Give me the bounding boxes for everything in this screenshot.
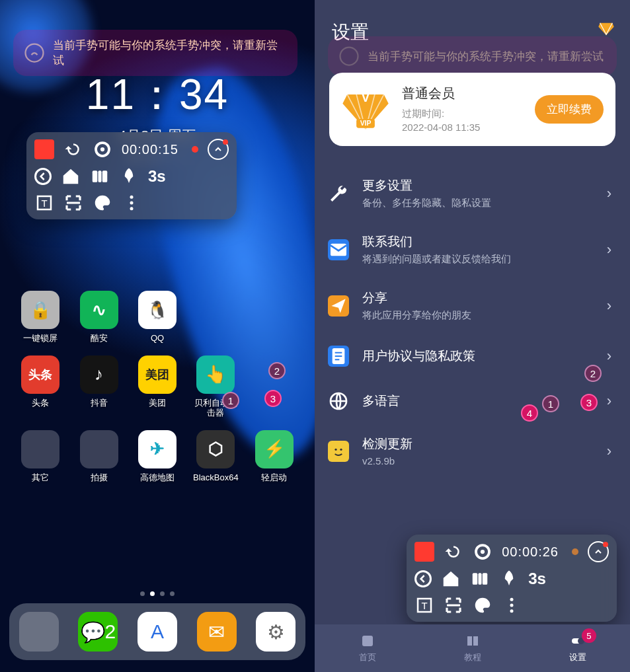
svg-rect-25: [483, 573, 488, 585]
dock-app-设置[interactable]: ⚙: [256, 612, 295, 652]
scan-icon[interactable]: [444, 595, 463, 615]
undo-icon[interactable]: [444, 542, 463, 562]
collapse-panel-button[interactable]: [588, 541, 609, 562]
badge: 5: [582, 628, 596, 643]
svg-rect-23: [473, 573, 478, 585]
settings-screen: 设置 当前手势可能与你的系统手势冲突，请重新尝试 VVIP 普通会员 过期时间:…: [315, 0, 630, 672]
recorder-timer: 00:00:26: [502, 544, 559, 560]
tab-label: 首页: [359, 652, 376, 663]
record-stop-button[interactable]: [414, 542, 434, 562]
dock: 💬2A✉⚙: [9, 603, 305, 660]
target-icon[interactable]: [473, 542, 492, 562]
palette-icon[interactable]: [473, 595, 492, 615]
click-point-2[interactable]: 2: [268, 362, 286, 379]
recorder-panel[interactable]: 00:00:26 3s T: [407, 535, 617, 622]
delay-label[interactable]: 3s: [528, 570, 546, 588]
dock-app-app-a[interactable]: A: [138, 612, 177, 652]
click-point-1[interactable]: 1: [222, 392, 239, 409]
recent-apps-icon[interactable]: [470, 569, 490, 589]
tab-首页[interactable]: 首页: [315, 624, 420, 672]
page-indicator: [0, 591, 315, 596]
back-nav-icon[interactable]: [414, 570, 432, 587]
tab-label: 设置: [569, 652, 586, 663]
text-tool-icon[interactable]: T: [414, 595, 434, 615]
tab-教程[interactable]: 教程: [420, 624, 525, 672]
home-screen: 当前手势可能与你的系统手势冲突，请重新尝试 11：34 4月8日 周五 晴 26…: [0, 0, 315, 672]
home-nav-icon[interactable]: [441, 569, 461, 589]
tab-设置[interactable]: 设置5: [525, 624, 630, 672]
bottom-nav: 首页教程设置5: [315, 624, 630, 672]
svg-point-28: [510, 598, 514, 601]
click-point-4[interactable]: 4: [521, 404, 538, 422]
click-point-3[interactable]: 3: [264, 390, 282, 407]
tab-label: 教程: [464, 652, 481, 663]
more-icon[interactable]: [502, 595, 522, 615]
dock-app-邮件[interactable]: ✉: [197, 612, 237, 652]
rocket-icon[interactable]: [499, 569, 519, 589]
recording-dot: [572, 548, 578, 555]
click-point-3[interactable]: 3: [580, 394, 598, 411]
svg-point-29: [510, 604, 514, 607]
click-point-1[interactable]: 1: [542, 395, 559, 412]
click-point-2[interactable]: 2: [584, 365, 602, 382]
dock-app-微信[interactable]: 💬2: [78, 612, 118, 652]
svg-rect-31: [362, 636, 373, 646]
dock-app-folder[interactable]: [19, 612, 59, 652]
svg-rect-24: [479, 573, 482, 585]
svg-text:T: T: [422, 600, 428, 611]
svg-point-22: [481, 550, 485, 554]
svg-point-30: [510, 609, 514, 613]
